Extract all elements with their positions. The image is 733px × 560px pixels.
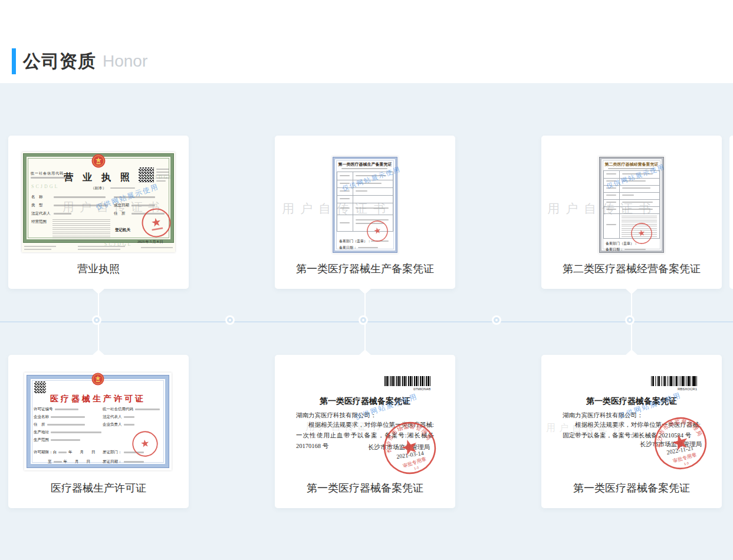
card-caption: 第一类医疗器械备案凭证 bbox=[541, 481, 722, 495]
text-line-placeholder bbox=[340, 190, 350, 192]
text-line-placeholder bbox=[608, 168, 654, 169]
text-line-placeholder bbox=[606, 224, 616, 225]
record-dept-label: 备案部门（盖章）： bbox=[339, 239, 371, 244]
license-title: 医疗器械生产许可证 bbox=[24, 394, 172, 404]
document-addressee: 湖南力宾医疗科技有限公司： bbox=[296, 411, 377, 420]
barcode-text: 07MION48 bbox=[384, 387, 430, 391]
card-production-license[interactable]: 医疗器械生产许可证 许可证编号 统一社会信用代码 企业名称 法定代表人 住 所 … bbox=[8, 355, 189, 508]
field-label-established: 成立日期 bbox=[114, 203, 129, 208]
card-class1-production-record[interactable]: 第一类医疗器械生产备案凭证 bbox=[275, 136, 455, 289]
field-label-scope: 经营范围 bbox=[31, 219, 47, 225]
label-issuer: 发证部门： bbox=[103, 450, 122, 455]
table-line bbox=[604, 213, 659, 214]
record-date-label: 备案日期： bbox=[606, 247, 623, 252]
seal-number: 1-3 bbox=[413, 466, 419, 470]
national-emblem-icon bbox=[91, 154, 106, 168]
official-seal-icon bbox=[139, 205, 174, 241]
official-seal-icon bbox=[628, 220, 655, 246]
text-line-placeholder bbox=[54, 196, 106, 198]
page-title: 公司资质 bbox=[23, 50, 96, 74]
timeline-dot bbox=[494, 317, 499, 323]
table-line bbox=[337, 215, 393, 215]
text-line-placeholder bbox=[340, 207, 350, 209]
text-line-placeholder bbox=[622, 202, 653, 203]
watermark-code: SCJDGL bbox=[146, 174, 173, 180]
card-class1-record-2[interactable]: RBSXOCR1 第一类医疗器械备案凭证 湖南力宾医疗科技有限公司： 根据相关法… bbox=[541, 355, 722, 508]
card-business-license[interactable]: 统一社会信用代码 营 业 执 照 （副本） 名 称 类 型 法定代表人 经营范围… bbox=[8, 136, 189, 289]
timeline-dot bbox=[360, 317, 366, 323]
text-line-placeholder bbox=[356, 183, 382, 184]
timeline-line bbox=[0, 321, 733, 322]
timeline-dot bbox=[227, 317, 233, 323]
issue-date: 2023 年 5 月 8 日 bbox=[137, 239, 163, 245]
footer-text-placeholder bbox=[78, 249, 120, 250]
text-line-placeholder bbox=[341, 168, 387, 169]
field-label-address: 住 所 bbox=[114, 211, 126, 216]
table-line bbox=[353, 172, 353, 231]
label-to: 至 bbox=[48, 459, 52, 465]
card-notch bbox=[626, 289, 637, 294]
table-line bbox=[619, 171, 620, 238]
label-issue-date: 发证日期： bbox=[103, 459, 122, 465]
card-caption: 第二类医疗器械经营备案凭证 bbox=[541, 262, 722, 276]
text-line-placeholder bbox=[356, 190, 367, 192]
text-line-placeholder bbox=[606, 195, 616, 196]
card-caption: 营业执照 bbox=[8, 262, 189, 276]
table-line bbox=[604, 199, 659, 200]
partial-next-card bbox=[729, 136, 733, 289]
label-company: 企业名称 bbox=[34, 414, 49, 420]
qr-code bbox=[34, 381, 46, 393]
text-line-placeholder bbox=[606, 209, 616, 210]
text-line-placeholder bbox=[356, 207, 389, 209]
section-header: 公司资质 Honor bbox=[12, 48, 147, 75]
card-caption: 第一类医疗器械生产备案凭证 bbox=[275, 262, 455, 276]
label-legal-rep: 法定代表人 bbox=[103, 414, 122, 420]
field-label-name: 名 称 bbox=[31, 195, 43, 200]
official-seal-icon bbox=[364, 218, 390, 244]
accent-bar bbox=[12, 48, 16, 74]
official-seal-icon bbox=[130, 429, 160, 459]
field-label-type: 类 型 bbox=[31, 203, 43, 208]
certificate-image: 第一类医疗器械生产备案凭证 bbox=[332, 156, 398, 253]
text-line-placeholder bbox=[606, 173, 616, 174]
text-line-placeholder bbox=[124, 416, 134, 418]
barcode bbox=[651, 376, 697, 386]
text-line-placeholder bbox=[114, 196, 155, 198]
text-line-placeholder bbox=[54, 205, 108, 206]
certificate-image: 第二类医疗器械经营备案凭证 bbox=[599, 156, 665, 253]
production-license-image: 医疗器械生产许可证 许可证编号 统一社会信用代码 企业名称 法定代表人 住 所 … bbox=[24, 373, 172, 470]
table-line bbox=[604, 206, 659, 207]
text-line-placeholder bbox=[606, 187, 616, 189]
business-license-image: 统一社会信用代码 营 业 执 照 （副本） 名 称 类 型 法定代表人 经营范围… bbox=[22, 152, 175, 252]
text-line-placeholder bbox=[47, 424, 85, 426]
text-line-placeholder bbox=[622, 209, 653, 210]
certificate-title: 第一类医疗器械生产备案凭证 bbox=[332, 162, 398, 167]
text-line-placeholder bbox=[622, 180, 646, 182]
card-notch bbox=[359, 350, 371, 355]
table-line bbox=[337, 203, 393, 203]
label-ymd: 年 月 日 bbox=[68, 450, 96, 455]
table-line bbox=[604, 192, 659, 193]
card-notch bbox=[93, 350, 104, 355]
card-class2-operation-record[interactable]: 第二类医疗器械经营备案凭证 bbox=[541, 136, 722, 289]
card-caption: 医疗器械生产许可证 bbox=[8, 481, 189, 495]
card-class1-record-1[interactable]: 07MION48 第一类医疗器械备案凭证 湖南力宾医疗科技有限公司： 根据相关法… bbox=[275, 355, 455, 508]
label-ymd: 年 月 日 bbox=[64, 459, 91, 465]
license-title: 营 业 执 照 bbox=[57, 172, 140, 184]
label-license-no: 许可证编号 bbox=[34, 407, 53, 412]
text-line-placeholder bbox=[622, 187, 650, 189]
text-line-placeholder bbox=[622, 173, 653, 174]
text-line-placeholder bbox=[624, 249, 646, 250]
label-manager: 企业负责人 bbox=[103, 422, 122, 427]
text-line-placeholder bbox=[156, 172, 169, 173]
document-addressee: 湖南力宾医疗科技有限公司： bbox=[563, 411, 643, 420]
barcode-text: RBSXOCR1 bbox=[651, 387, 697, 391]
watermark-code: SCJDGL bbox=[31, 184, 59, 189]
text-line-placeholder bbox=[340, 198, 350, 199]
text-line-placeholder bbox=[135, 409, 160, 410]
footer-text-placeholder bbox=[78, 246, 125, 247]
card-notch bbox=[93, 289, 104, 294]
text-line-placeholder bbox=[124, 461, 144, 463]
text-line-placeholder bbox=[51, 416, 85, 418]
label-production-address: 生产地址 bbox=[34, 430, 49, 435]
